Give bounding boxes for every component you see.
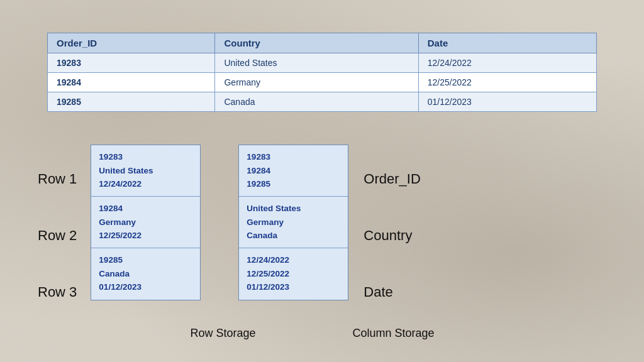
col-storage-cell-1: 192831928419285: [239, 145, 348, 197]
header-date: Date: [418, 33, 596, 53]
storage-cell-line: 19284: [99, 202, 192, 216]
storage-cell-line: 01/12/2023: [247, 280, 340, 294]
storage-cell-line: 12/25/2022: [99, 229, 192, 243]
col-storage-box: 192831928419285United StatesGermanyCanad…: [238, 145, 348, 300]
row-label-1: Row 1: [38, 151, 84, 207]
cell-id: 19283: [48, 53, 215, 73]
table-row: 19285 Canada 01/12/2023: [48, 92, 597, 112]
col-labels: Order_ID Country Date: [357, 151, 420, 321]
storage-cell-line: 12/24/2022: [247, 253, 340, 267]
row-storage-cell-2: 19284Germany12/25/2022: [91, 197, 200, 248]
data-table: Order_ID Country Date 19283 United State…: [47, 33, 597, 112]
storage-cell-line: 19285: [247, 177, 340, 191]
col-label-order-id: Order_ID: [357, 151, 420, 207]
col-storage-caption: Column Storage: [338, 327, 448, 340]
row-storage-cell-3: 19285Canada01/12/2023: [91, 248, 200, 300]
cell-country: Canada: [215, 92, 418, 112]
cell-date: 12/25/2022: [418, 73, 596, 92]
row-storage-caption: Row Storage: [168, 327, 278, 340]
storage-cell-line: 19283: [99, 150, 192, 164]
row-storage-cell-1: 19283United States12/24/2022: [91, 145, 200, 197]
header-order-id: Order_ID: [48, 33, 215, 53]
row-label-2: Row 2: [38, 207, 84, 264]
storage-cell-line: Germany: [99, 216, 192, 229]
col-storage-cell-3: 12/24/202212/25/202201/12/2023: [239, 248, 348, 300]
cell-id: 19284: [48, 73, 215, 92]
row-label-3: Row 3: [38, 264, 84, 321]
col-label-date: Date: [357, 264, 420, 321]
storage-cell-line: 19284: [247, 164, 340, 178]
storage-cell-line: 19285: [99, 253, 192, 267]
storage-cell-line: Canada: [247, 229, 340, 243]
storage-cell-line: 12/25/2022: [247, 267, 340, 281]
storage-cell-line: United States: [247, 202, 340, 216]
cell-date: 01/12/2023: [418, 92, 596, 112]
cell-id: 19285: [48, 92, 215, 112]
cell-country: Germany: [215, 73, 418, 92]
row-storage-box: 19283United States12/24/202219284Germany…: [91, 145, 201, 300]
row-labels: Row 1 Row 2 Row 3: [38, 151, 84, 321]
storage-cell-line: Canada: [99, 267, 192, 281]
bottom-section: Row 1 Row 2 Row 3 19283United States12/2…: [38, 145, 619, 321]
table-row: 19283 United States 12/24/2022: [48, 53, 597, 73]
top-table-wrapper: Order_ID Country Date 19283 United State…: [47, 33, 597, 112]
table-row: 19284 Germany 12/25/2022: [48, 73, 597, 92]
header-country: Country: [215, 33, 418, 53]
storage-cell-line: 12/24/2022: [99, 177, 192, 191]
cell-country: United States: [215, 53, 418, 73]
col-label-country: Country: [357, 207, 420, 264]
storage-cell-line: 01/12/2023: [99, 280, 192, 294]
storage-cell-line: United States: [99, 164, 192, 178]
storage-cell-line: 19283: [247, 150, 340, 164]
cell-date: 12/24/2022: [418, 53, 596, 73]
col-storage-cell-2: United StatesGermanyCanada: [239, 197, 348, 248]
storage-cell-line: Germany: [247, 216, 340, 229]
